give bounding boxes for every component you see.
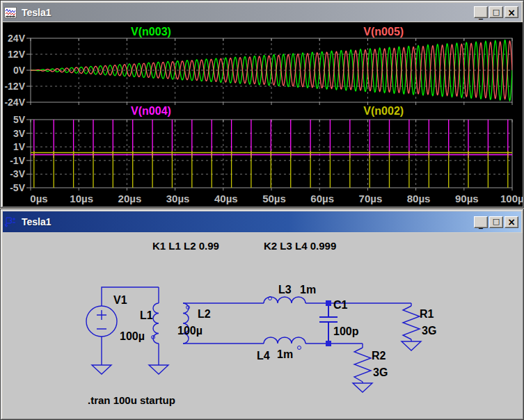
l3-inductor[interactable] (264, 297, 305, 304)
waveform-plot[interactable]: 24V12V0V-12V-24VV(n003)V(n005)5V3V1V-1V-… (3, 22, 523, 207)
x-axis-label: 100µs (500, 193, 523, 204)
minimize-button[interactable]: _ (474, 216, 488, 228)
legend-V(n002)[interactable]: V(n002) (363, 105, 404, 117)
x-axis-label: 80µs (407, 193, 431, 204)
legend-V(n004)[interactable]: V(n004) (131, 105, 171, 117)
y-axis-label: -3V (10, 168, 25, 179)
schematic-drawing (3, 233, 523, 419)
r1-resistor[interactable] (403, 303, 420, 341)
plot-background (3, 22, 523, 207)
l4-value-label[interactable]: 1m (277, 348, 293, 361)
schematic-window-titlebar[interactable]: Tesla1 _ □ × (3, 211, 521, 232)
node-junction (326, 300, 331, 306)
x-axis-label: 60µs (310, 193, 334, 204)
l1-value-label[interactable]: 100µ (120, 330, 145, 343)
waveform-icon (4, 7, 17, 18)
l2-ref-label[interactable]: L2 (198, 308, 211, 321)
v1-ref-label[interactable]: V1 (113, 294, 127, 307)
x-axis-label: 70µs (359, 193, 383, 204)
c1-ref-label[interactable]: C1 (333, 299, 347, 312)
maximize-icon: □ (493, 8, 500, 17)
y-axis-label: 5V (13, 114, 26, 125)
l1-ref-label[interactable]: L1 (140, 309, 153, 322)
close-button[interactable]: × (505, 6, 518, 18)
y-axis-label: 3V (13, 128, 26, 139)
waveform-window-title: Tesla1 (22, 7, 51, 18)
y-axis-label: -12V (4, 81, 25, 92)
k2-coupling-directive[interactable]: K2 L3 L4 0.999 (264, 241, 336, 252)
ground-symbol[interactable] (149, 365, 168, 374)
r2-resistor[interactable] (354, 344, 371, 383)
y-axis-label: 1V (13, 141, 26, 152)
l2-value-label[interactable]: 100µ (177, 325, 203, 337)
node-junction (326, 341, 331, 346)
x-axis-label: 30µs (166, 193, 190, 204)
x-axis-label: 10µs (70, 193, 93, 204)
maximize-icon: □ (493, 218, 500, 226)
maximize-button[interactable]: □ (489, 216, 503, 228)
close-icon: × (507, 218, 516, 226)
l4-phase-dot (298, 346, 301, 350)
schematic-window-title: Tesla1 (22, 216, 51, 227)
k1-coupling-directive[interactable]: K1 L1 L2 0.99 (152, 241, 219, 252)
schematic-icon (4, 216, 17, 227)
y-axis-label: -24V (4, 97, 25, 108)
waveform-window-titlebar[interactable]: Tesla1 _ □ × (3, 3, 521, 22)
minimize-button[interactable]: _ (474, 6, 488, 18)
tran-directive[interactable]: .tran 100u startup (88, 395, 175, 407)
x-axis-label: 90µs (455, 193, 479, 204)
minimize-icon: _ (479, 220, 483, 228)
x-axis-label: 0µs (30, 193, 47, 204)
y-axis-label: -1V (10, 155, 25, 166)
x-axis-label: 40µs (214, 193, 238, 204)
waveform-plot-area[interactable]: 24V12V0V-12V-24VV(n003)V(n005)5V3V1V-1V-… (3, 22, 523, 207)
l4-ref-label[interactable]: L4 (257, 350, 270, 362)
l3-value-label[interactable]: 1m (300, 284, 316, 296)
r2-value-label[interactable]: 3G (373, 366, 388, 379)
legend-V(n005)[interactable]: V(n005) (363, 26, 404, 38)
y-axis-label: -5V (10, 182, 25, 193)
l4-inductor[interactable] (264, 337, 305, 350)
schematic-editor-window: Tesla1 _ □ × (0, 209, 524, 420)
ground-symbol[interactable] (353, 383, 372, 392)
minimize-icon: _ (479, 10, 483, 19)
waveform-viewer-window: Tesla1 _ □ × 24V12V0V-12V-24VV(n003)V(n0… (0, 0, 524, 208)
r1-ref-label[interactable]: R1 (420, 308, 434, 321)
r2-ref-label[interactable]: R2 (372, 350, 386, 362)
ground-symbol[interactable] (92, 365, 111, 374)
close-icon: × (507, 8, 516, 17)
legend-V(n003)[interactable]: V(n003) (131, 26, 171, 38)
maximize-button[interactable]: □ (489, 6, 503, 18)
y-axis-label: 24V (8, 33, 26, 44)
r1-value-label[interactable]: 3G (422, 325, 436, 337)
x-axis-label: 20µs (118, 193, 142, 204)
c1-value-label[interactable]: 100p (333, 325, 358, 338)
l1-inductor[interactable] (152, 287, 159, 365)
l2-inductor[interactable] (183, 303, 190, 344)
schematic-canvas[interactable]: K1 L1 L2 0.99 K2 L3 L4 0.999 V1 L1 100µ … (3, 233, 523, 419)
x-axis-label: 50µs (262, 193, 286, 204)
close-button[interactable]: × (505, 216, 518, 228)
ground-symbol[interactable] (402, 341, 421, 350)
y-axis-label: 0V (13, 65, 26, 76)
y-axis-label: 12V (8, 49, 26, 60)
l3-ref-label[interactable]: L3 (278, 284, 292, 296)
